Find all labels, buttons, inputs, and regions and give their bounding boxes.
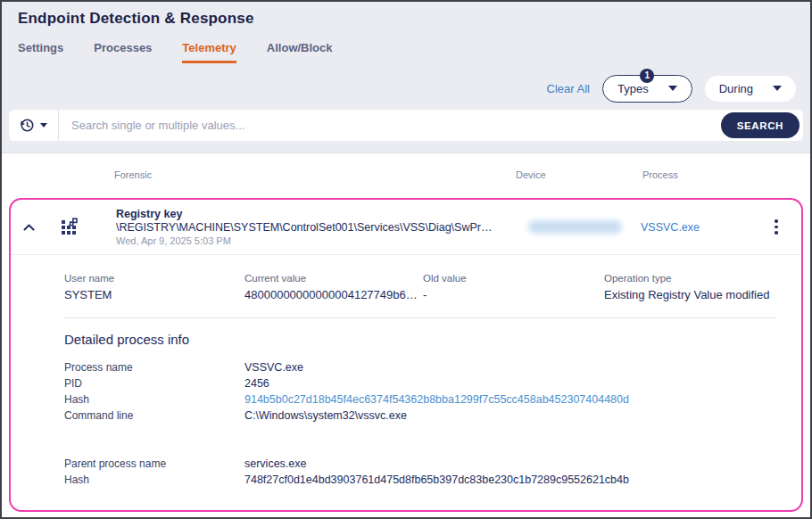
event-timestamp: Wed, Apr 9, 2025 5:03 PM	[116, 235, 493, 246]
kv-label: Process name	[64, 359, 244, 375]
types-filter-badge: 1	[640, 69, 654, 83]
collapse-row-button[interactable]	[11, 224, 46, 231]
field-label: Operation type	[604, 273, 783, 284]
detail-field-old-value: Old value -	[423, 273, 604, 301]
during-filter-label: During	[719, 82, 753, 95]
kebab-menu-icon[interactable]	[751, 219, 801, 235]
kv-label: PID	[64, 375, 244, 391]
list-item-command-line: Command line C:\Windows\system32\vssvc.e…	[64, 408, 783, 424]
types-filter-label: Types	[617, 82, 649, 95]
tab-allow-block[interactable]: Allow/Block	[267, 41, 333, 63]
device-cell	[493, 220, 626, 234]
field-label: User name	[64, 273, 244, 284]
list-item-process-name: Process name VSSVC.exe	[64, 359, 783, 375]
forensic-type: Registry key	[116, 208, 493, 220]
field-value: Existing Registry Value modified	[604, 288, 783, 301]
chevron-up-icon	[23, 224, 35, 231]
forensic-cell: Registry key \REGISTRY\MACHINE\SYSTEM\Co…	[102, 208, 493, 246]
column-header-forensic: Forensic	[100, 169, 494, 180]
field-value: SYSTEM	[64, 288, 244, 301]
search-row: SEARCH	[2, 110, 810, 141]
page-title: Endpoint Detection & Response	[18, 10, 794, 28]
telemetry-table: Forensic Device Process	[2, 152, 810, 517]
device-name-redacted	[528, 220, 622, 234]
detail-field-current-value: Current value 48000000000000004127749b6…	[244, 273, 423, 301]
event-details: User name SYSTEM Current value 480000000…	[11, 255, 801, 316]
table-row[interactable]: Registry key \REGISTRY\MACHINE\SYSTEM\Co…	[11, 200, 801, 255]
kv-label: Hash	[64, 391, 244, 408]
list-item-parent-process-name: Parent process name services.exe	[64, 456, 783, 472]
chevron-down-icon	[40, 123, 47, 128]
edr-window: Endpoint Detection & Response Settings P…	[0, 0, 812, 519]
telemetry-row-card-highlighted: Registry key \REGISTRY\MACHINE\SYSTEM\Co…	[9, 198, 803, 512]
kv-value: VSSVC.exe	[244, 359, 303, 375]
chevron-down-icon	[668, 86, 677, 91]
kv-label: Hash	[64, 472, 244, 488]
kv-label: Parent process name	[64, 456, 244, 472]
chevron-down-icon	[773, 86, 782, 91]
search-bar: SEARCH	[9, 110, 803, 141]
hash-link[interactable]: 914b5b0c27d18b45f4ec6374f54362b8bba1299f…	[244, 391, 629, 408]
process-info-heading: Detailed process info	[11, 318, 801, 350]
registry-key-icon	[46, 217, 102, 238]
search-button[interactable]: SEARCH	[721, 112, 800, 138]
field-label: Old value	[423, 273, 604, 284]
field-value: 48000000000000004127749b6…	[244, 288, 423, 301]
list-item-parent-hash: Hash 748f27cf0d1e4bd3903761d475d8fb65b39…	[64, 472, 783, 488]
spacer	[64, 424, 783, 456]
kv-label: Command line	[64, 408, 244, 424]
types-filter-dropdown[interactable]: 1 Types	[602, 75, 692, 103]
process-link[interactable]: VSSVC.exe	[626, 221, 751, 234]
kv-value: services.exe	[244, 456, 306, 472]
tab-bar: Settings Processes Telemetry Allow/Block	[2, 28, 810, 63]
page-header: Endpoint Detection & Response	[2, 2, 810, 28]
field-label: Current value	[244, 273, 423, 284]
field-value: -	[423, 288, 604, 301]
table-header-row: Forensic Device Process	[2, 153, 810, 196]
tab-settings[interactable]: Settings	[18, 41, 63, 63]
column-header-device: Device	[494, 169, 628, 180]
during-filter-dropdown[interactable]: During	[705, 76, 796, 102]
list-item-hash: Hash 914b5b0c27d18b45f4ec6374f54362b8bba…	[64, 391, 783, 408]
search-input[interactable]	[59, 110, 721, 141]
detail-field-operation-type: Operation type Existing Registry Value m…	[604, 273, 783, 301]
list-item-pid: PID 2456	[64, 375, 783, 391]
column-header-process: Process	[628, 169, 753, 180]
kv-value: C:\Windows\system32\vssvc.exe	[244, 408, 407, 424]
detail-field-user-name: User name SYSTEM	[64, 273, 244, 301]
kv-value: 2456	[244, 375, 269, 391]
registry-path: \REGISTRY\MACHINE\SYSTEM\ControlSet001\S…	[116, 221, 493, 234]
tab-telemetry[interactable]: Telemetry	[182, 41, 236, 63]
tab-processes[interactable]: Processes	[94, 41, 152, 63]
history-clock-icon	[20, 118, 35, 133]
process-info-list: Process name VSSVC.exe PID 2456 Hash 914…	[11, 350, 801, 488]
kv-value: 748f27cf0d1e4bd3903761d475d8fb65b397dc83…	[244, 472, 629, 488]
search-history-dropdown[interactable]	[9, 110, 59, 141]
filter-row: Clear All 1 Types During	[2, 63, 810, 110]
clear-all-link[interactable]: Clear All	[547, 82, 590, 95]
